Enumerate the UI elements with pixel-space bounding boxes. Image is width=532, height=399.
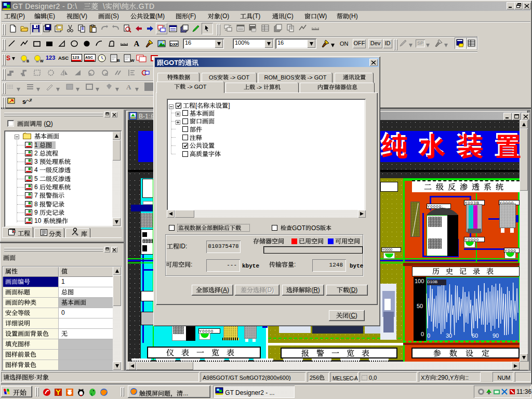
svg-text:A: A [134,39,140,48]
svg-text:B: B [26,59,29,63]
svg-text:E: E [30,98,32,102]
svg-text:123: 123 [72,55,79,60]
svg-text:W: W [40,59,44,63]
svg-text:A: A [126,83,131,91]
svg-text:B: B [117,58,120,63]
svg-text:W: W [130,58,135,63]
svg-text:s: s [22,98,26,105]
svg-text:ASC: ASC [85,56,93,59]
svg-text:DXF: DXF [170,42,178,47]
